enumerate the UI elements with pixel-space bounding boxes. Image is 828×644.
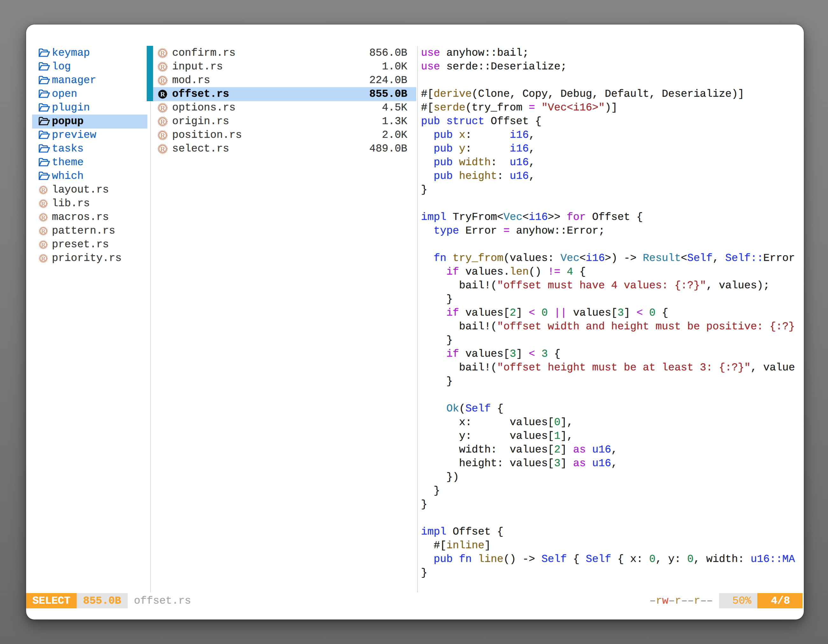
svg-text:R: R: [160, 118, 165, 126]
svg-text:R: R: [41, 186, 46, 193]
svg-text:R: R: [41, 214, 46, 221]
svg-text:R: R: [160, 63, 165, 71]
svg-text:R: R: [160, 145, 165, 153]
svg-text:R: R: [41, 255, 46, 262]
svg-text:R: R: [160, 49, 165, 57]
svg-text:R: R: [41, 227, 46, 235]
svg-text:R: R: [160, 77, 165, 85]
svg-text:R: R: [41, 200, 46, 207]
svg-text:R: R: [160, 91, 165, 98]
svg-text:R: R: [160, 132, 165, 139]
svg-text:R: R: [160, 104, 165, 112]
svg-text:R: R: [41, 241, 46, 248]
